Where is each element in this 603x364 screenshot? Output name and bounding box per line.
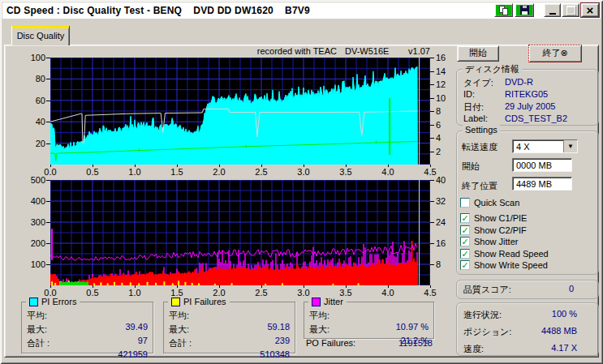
checkbox-box-icon: ✓ <box>460 249 470 259</box>
progress-row: ポジション:4488 MB <box>463 326 595 336</box>
checkbox-quick-scan[interactable]: Quick Scan <box>460 197 519 208</box>
axis-tick-mark <box>46 58 50 58</box>
axis-tick-mark <box>93 165 93 167</box>
axis-tick-mark <box>177 165 178 167</box>
end-position-input[interactable]: 4489 MB <box>512 177 572 191</box>
axis-tick-label: 500 <box>16 175 45 185</box>
version-text: v1.07 <box>388 46 430 56</box>
disc-info-label: 日付: <box>463 101 484 113</box>
axis-tick-mark <box>93 285 93 288</box>
axis-tick-label: 400 <box>16 196 45 206</box>
checkbox-box-icon: ✓ <box>460 237 470 246</box>
close-icon: × <box>587 5 594 15</box>
axis-tick-label: 8 <box>436 259 457 269</box>
start-position-input[interactable]: 0000 MB <box>512 158 572 172</box>
axis-tick-label: 1.5 <box>165 167 189 177</box>
checkbox-show-jitter[interactable]: ✓Show Jitter <box>460 236 518 246</box>
axis-tick-mark <box>430 111 434 112</box>
speed-combobox[interactable]: 4 X ▼ <box>512 139 578 153</box>
stat-label: 最大: <box>309 323 429 336</box>
checkbox-show-write-speed[interactable]: ✓Show Write Speed <box>460 259 548 270</box>
checkbox-label: Show Write Speed <box>474 260 548 270</box>
legend-swatch-icon <box>29 298 38 306</box>
axis-tick-mark <box>46 79 50 79</box>
axis-tick-mark <box>46 201 50 202</box>
copy-icon <box>499 6 509 15</box>
start-button[interactable]: 開始 <box>457 45 499 62</box>
axis-tick-label: 24 <box>436 217 457 227</box>
stat-row: 最大:239 <box>169 323 290 334</box>
stat-row: 平均:39.49 <box>27 310 148 320</box>
axis-tick-mark <box>50 165 51 167</box>
recorder-device-text: DV-W516E <box>345 46 389 56</box>
stat-box-pi-failures: PI Failures平均:59.18最大:239合計 :510348 <box>163 302 295 353</box>
stat-row: 合計 :421959 <box>27 337 148 348</box>
progress-row: 速度:4.17 X <box>463 343 595 353</box>
stat-row: 平均:59.18 <box>169 310 290 320</box>
save-button[interactable] <box>515 3 534 17</box>
window-title: CD Speed : Disc Quality Test - BENQ DVD … <box>6 5 310 16</box>
axis-tick-label: 2 <box>436 147 457 156</box>
checkbox-show-read-speed[interactable]: ✓Show Read Speed <box>460 248 549 259</box>
axis-tick-label: 40 <box>436 175 457 185</box>
checkbox-label: Show Read Speed <box>474 249 549 259</box>
disc-info-row: Label:CDS_TEST_B2 <box>463 113 595 124</box>
axis-tick-mark <box>304 285 304 288</box>
checkbox-label: Show C2/PIF <box>474 225 527 235</box>
copy-button[interactable] <box>494 3 513 17</box>
speed-label: 転送速度 <box>462 141 497 153</box>
close-button[interactable]: × <box>581 3 599 17</box>
disc-info-value: CDS_TEST_B2 <box>505 113 567 123</box>
axis-tick-mark <box>430 138 434 139</box>
axis-tick-label: 100 <box>16 259 45 269</box>
axis-tick-mark <box>430 264 434 265</box>
stat-row: 合計 :510348 <box>169 337 290 348</box>
pi-errors-chart <box>50 58 430 165</box>
axis-tick-mark <box>46 222 50 223</box>
exit-button[interactable]: 終了⊗ <box>528 45 582 62</box>
axis-tick-mark <box>135 285 136 288</box>
axis-tick-label: 4.0 <box>376 167 400 177</box>
checkbox-show-c2-pif[interactable]: ✓Show C2/PIF <box>460 225 527 235</box>
minimize-button[interactable] <box>544 3 561 17</box>
quality-score-group: 品質スコア: 0 <box>456 280 599 299</box>
checkbox-label: Quick Scan <box>474 198 519 208</box>
axis-tick-mark <box>46 243 50 244</box>
stat-box-jitter: Jitter平均:10.97 %最大:21.2 % <box>304 302 434 339</box>
axis-tick-mark <box>46 180 50 181</box>
axis-tick-label: 200 <box>16 238 45 248</box>
progress-label: 進行状況: <box>463 309 502 321</box>
disc-info-title: ディスク情報 <box>463 63 522 75</box>
axis-tick-label: 100 <box>16 53 45 62</box>
axis-tick-mark <box>46 143 50 144</box>
axis-tick-mark <box>430 84 434 85</box>
tab-disc-quality[interactable]: Disc Quality <box>11 26 70 45</box>
stat-label: 平均: <box>27 310 148 322</box>
legend-swatch-icon <box>312 298 321 306</box>
axis-tick-label: 60 <box>16 96 45 105</box>
axis-tick-mark <box>46 264 50 265</box>
checkbox-label: Show Jitter <box>474 237 518 246</box>
axis-tick-mark <box>46 101 50 101</box>
disc-info-value: 29 July 2005 <box>505 101 555 111</box>
stat-box-title: PI Errors <box>41 297 76 306</box>
axis-tick-mark <box>430 201 434 202</box>
stat-label: 平均: <box>309 310 429 322</box>
checkbox-show-c1-pie[interactable]: ✓Show C1/PIE <box>460 212 527 223</box>
axis-tick-mark <box>430 165 431 167</box>
disc-info-value: RITEKG05 <box>505 89 548 99</box>
stat-box-header: PI Failures <box>168 297 230 306</box>
tab-active-stripe <box>12 26 69 28</box>
stat-label: 合計 : <box>169 337 290 349</box>
axis-tick-mark <box>430 71 434 72</box>
maximize-button[interactable] <box>562 3 579 17</box>
disc-info-label: Label: <box>463 113 488 123</box>
disc-info-label: ID: <box>463 89 475 99</box>
stat-box-header: Jitter <box>308 297 347 306</box>
checkbox-box-icon <box>460 198 470 208</box>
axis-tick-label: 16 <box>436 53 457 62</box>
axis-tick-mark <box>388 285 389 288</box>
axis-tick-mark <box>346 285 347 288</box>
stat-value: 421959 <box>118 349 148 359</box>
chevron-down-icon[interactable]: ▼ <box>563 140 577 152</box>
